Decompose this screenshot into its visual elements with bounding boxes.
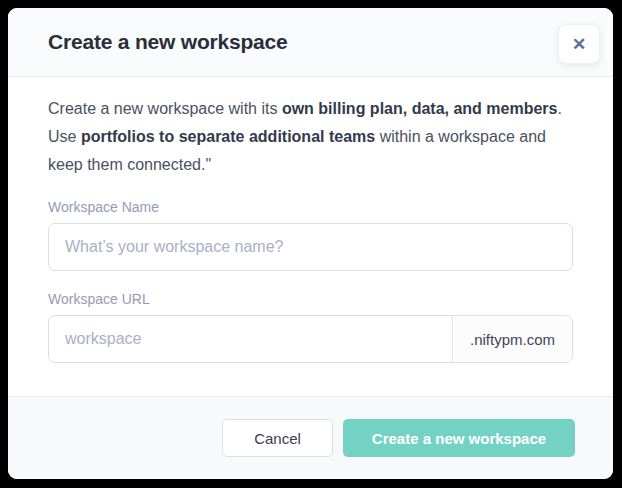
- modal-header: Create a new workspace ✕: [8, 8, 613, 77]
- modal-title: Create a new workspace: [48, 30, 288, 54]
- modal-footer: Cancel Create a new workspace: [8, 396, 613, 479]
- modal-body: Create a new workspace with its own bill…: [8, 77, 613, 396]
- workspace-name-label: Workspace Name: [48, 199, 573, 215]
- description-text: Create a new workspace with its: [48, 100, 282, 117]
- cancel-button[interactable]: Cancel: [222, 419, 333, 457]
- workspace-name-field: [48, 223, 573, 271]
- description-bold-portfolios: portfolios to separate additional teams: [81, 128, 375, 145]
- workspace-url-label: Workspace URL: [48, 291, 573, 307]
- description-bold-billing: own billing plan, data, and members: [282, 100, 558, 117]
- create-workspace-modal: Create a new workspace ✕ Create a new wo…: [8, 8, 613, 479]
- workspace-url-field: .niftypm.com: [48, 315, 573, 363]
- workspace-url-input[interactable]: [49, 316, 452, 362]
- create-workspace-button[interactable]: Create a new workspace: [343, 419, 575, 457]
- modal-description: Create a new workspace with its own bill…: [48, 95, 573, 179]
- url-domain-suffix: .niftypm.com: [452, 316, 572, 362]
- workspace-name-input[interactable]: [49, 224, 572, 270]
- close-button[interactable]: ✕: [558, 24, 600, 64]
- close-icon: ✕: [572, 36, 586, 53]
